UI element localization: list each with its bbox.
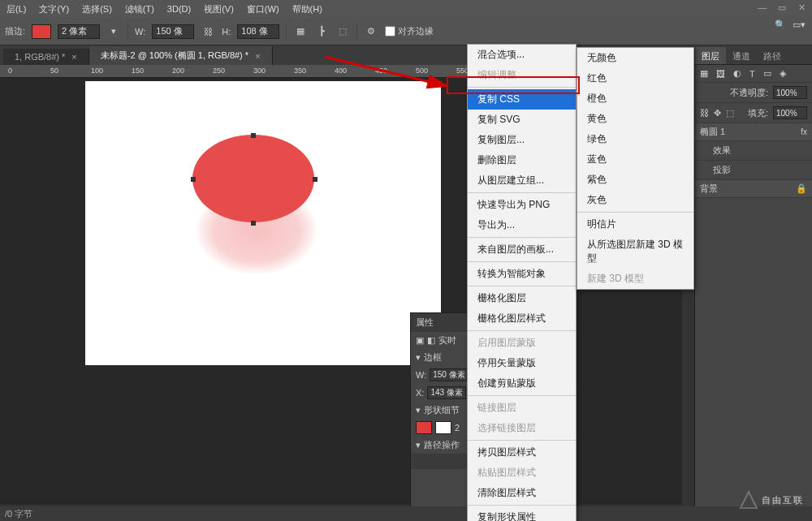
context-menu-item[interactable]: 快速导出为 PNG: [468, 195, 576, 215]
canvas[interactable]: [85, 81, 441, 365]
submenu-item[interactable]: 明信片: [577, 214, 693, 235]
align-icon[interactable]: ▦: [293, 24, 308, 39]
menu-item[interactable]: 层(L): [6, 3, 26, 15]
minimize-button[interactable]: —: [755, 1, 770, 14]
link-icon[interactable]: ⛓: [201, 24, 215, 39]
ruler-tick: 50: [50, 67, 58, 75]
align-edges-checkbox[interactable]: 对齐边缘: [385, 25, 434, 37]
menu-item[interactable]: 文字(Y): [39, 3, 69, 15]
lock-pos-icon[interactable]: ✥: [714, 108, 721, 118]
menu-item[interactable]: 窗口(W): [247, 3, 279, 15]
status-text: /0 字节: [5, 509, 32, 519]
menu-divider: [577, 212, 693, 213]
arrange-icon[interactable]: ▭▾: [793, 19, 806, 30]
fx-badge[interactable]: fx: [801, 127, 807, 136]
x-input[interactable]: [427, 386, 466, 399]
submenu-item[interactable]: 从所选图层新建 3D 模型: [577, 235, 693, 269]
align-edges-input[interactable]: [385, 26, 395, 37]
stroke-swatch[interactable]: [32, 24, 51, 39]
image-icon[interactable]: 🖼: [716, 69, 725, 79]
tab-paths[interactable]: 路径: [757, 47, 788, 64]
context-menu-item[interactable]: 创建剪贴蒙版: [468, 373, 576, 394]
anchor-point-top[interactable]: [251, 133, 256, 138]
fill-input[interactable]: [773, 106, 807, 119]
context-menu-item[interactable]: 复制形状属性: [468, 507, 576, 521]
width-input[interactable]: [152, 24, 194, 39]
ruler-tick: 250: [213, 67, 225, 75]
height-input[interactable]: [237, 24, 279, 39]
effects-row[interactable]: 效果: [695, 141, 812, 161]
context-menu-item[interactable]: 来自图层的画板...: [468, 239, 576, 260]
context-menu-item: 启用图层蒙版: [468, 333, 576, 353]
document-tab[interactable]: 1, RGB/8#) * ×: [3, 49, 89, 65]
path-arrange-icon[interactable]: ⬚: [335, 24, 350, 39]
anchor-point-left[interactable]: [191, 177, 196, 182]
menu-item[interactable]: 选择(S): [82, 3, 112, 15]
layer-name: 背景: [700, 183, 718, 195]
submenu-item[interactable]: 黄色: [577, 109, 693, 129]
options-bar: 描边: ▾ W: ⛓ H: ▦ ┣ ⬚ ⚙ 对齐边缘: [0, 18, 812, 45]
close-button[interactable]: ✕: [794, 1, 809, 14]
submenu-item[interactable]: 无颜色: [577, 48, 693, 68]
tab-channels[interactable]: 通道: [726, 47, 757, 64]
ruler-tick: 450: [375, 67, 387, 75]
filter-icon[interactable]: ▦: [700, 68, 708, 79]
submenu-item[interactable]: 橙色: [577, 88, 693, 109]
stroke-style-icon[interactable]: ▾: [106, 24, 121, 39]
fill-swatch-icon[interactable]: [416, 421, 432, 434]
context-menu-item[interactable]: 停用矢量蒙版: [468, 353, 576, 373]
close-icon[interactable]: ×: [255, 51, 260, 61]
lock-icon[interactable]: ⛓: [700, 108, 709, 118]
ellipse-shape[interactable]: [192, 135, 314, 222]
context-menu-item[interactable]: 复制 CSS: [468, 89, 576, 110]
context-menu-item[interactable]: 栅格化图层样式: [468, 308, 576, 329]
context-menu-item[interactable]: 删除图层: [468, 150, 576, 170]
menu-item[interactable]: 帮助(H): [292, 3, 322, 15]
expand-icon[interactable]: ▾: [416, 352, 421, 363]
context-menu-item[interactable]: 清除图层样式: [468, 483, 576, 503]
shape-icon[interactable]: ▭: [763, 68, 771, 79]
crop-icon[interactable]: ▣: [416, 335, 424, 346]
context-menu-item[interactable]: 转换为智能对象: [468, 264, 576, 284]
menu-item[interactable]: 视图(V): [204, 3, 234, 15]
submenu-item[interactable]: 紫色: [577, 170, 693, 190]
shape-detail-label: 形状细节: [424, 404, 460, 416]
layer-row[interactable]: 椭圆 1 fx: [695, 123, 812, 141]
context-menu-item[interactable]: 导出为...: [468, 215, 576, 235]
expand-icon[interactable]: ▾: [416, 440, 421, 450]
drop-shadow-row[interactable]: 投影: [695, 161, 812, 180]
text-icon[interactable]: T: [749, 69, 755, 79]
context-menu-item[interactable]: 从图层建立组...: [468, 170, 576, 191]
submenu-item[interactable]: 灰色: [577, 190, 693, 210]
layer-row[interactable]: 背景 🔒: [695, 180, 812, 198]
anchor-point-bottom[interactable]: [251, 221, 256, 226]
context-menu-item[interactable]: 复制图层...: [468, 130, 576, 150]
context-menu-item[interactable]: 拷贝图层样式: [468, 442, 576, 463]
anchor-point-right[interactable]: [313, 177, 317, 182]
submenu-item[interactable]: 红色: [577, 68, 693, 88]
search-icon[interactable]: 🔍: [775, 19, 786, 30]
submenu-item[interactable]: 绿色: [577, 129, 693, 149]
context-menu-item[interactable]: 栅格化图层: [468, 288, 576, 308]
menu-item[interactable]: 滤镜(T): [125, 3, 154, 15]
lock-art-icon[interactable]: ⬚: [726, 108, 734, 118]
tab-layers[interactable]: 图层: [695, 47, 726, 64]
context-menu-item[interactable]: 混合选项...: [468, 45, 576, 65]
stroke-width-input[interactable]: [58, 24, 100, 39]
document-tab[interactable]: 未标题-2 @ 100% (椭圆 1, RGB/8#) * ×: [89, 46, 273, 65]
opacity-input[interactable]: [773, 86, 807, 99]
gear-icon[interactable]: ⚙: [364, 24, 378, 39]
smart-icon[interactable]: ◈: [780, 68, 786, 79]
mask-icon[interactable]: ◧: [427, 335, 435, 346]
adjust-icon[interactable]: ◐: [733, 68, 741, 79]
path-align-icon[interactable]: ┣: [314, 24, 329, 39]
ruler-tick: 300: [253, 67, 266, 75]
stroke-swatch-icon[interactable]: [435, 421, 451, 434]
maximize-button[interactable]: ▭: [775, 1, 789, 14]
w-input[interactable]: [430, 368, 469, 381]
expand-icon[interactable]: ▾: [416, 405, 421, 416]
submenu-item[interactable]: 蓝色: [577, 149, 693, 170]
close-icon[interactable]: ×: [71, 52, 76, 62]
context-menu-item[interactable]: 复制 SVG: [468, 110, 576, 130]
menu-item[interactable]: 3D(D): [167, 4, 191, 14]
